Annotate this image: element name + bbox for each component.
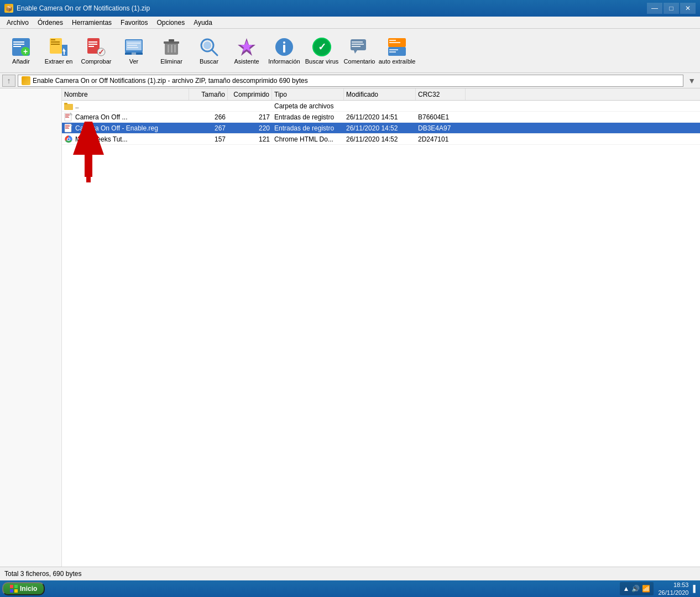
svg-rect-21 (132, 53, 136, 55)
svg-line-33 (212, 50, 217, 55)
svg-rect-8 (51, 41, 60, 43)
svg-rect-23 (127, 45, 137, 46)
svg-rect-2 (13, 44, 24, 45)
menu-herramientas[interactable]: Herramientas (67, 18, 116, 28)
zip-icon (22, 76, 30, 85)
column-headers: Nombre Tamaño Comprimido Tipo Modificado… (62, 88, 700, 101)
left-panel (0, 88, 62, 567)
sfx-button[interactable]: auto extraíble (379, 32, 415, 70)
test-button[interactable]: ✓ Comprobar (79, 32, 114, 70)
system-tray: ▲ 🔊 📶 18:53 26/11/2020 ▌ (620, 581, 698, 597)
folder-icon (64, 102, 73, 111)
show-desktop-button[interactable]: ▌ (693, 585, 698, 593)
add-button[interactable]: + Añadir (3, 32, 39, 70)
menu-archivo[interactable]: Archivo (2, 18, 33, 28)
file-name-cell: .. (62, 101, 189, 111)
svg-rect-24 (127, 47, 138, 48)
file-crc-cell: DB3E4A97 (416, 123, 466, 133)
svg-rect-27 (169, 39, 174, 41)
file-comp-cell: 217 (228, 112, 272, 122)
svg-rect-64 (65, 126, 70, 127)
comment-button[interactable]: Comentario (342, 32, 377, 70)
menu-opciones[interactable]: Opciones (152, 18, 189, 28)
add-icon: + (11, 37, 31, 57)
col-header-crc[interactable]: CRC32 (416, 88, 466, 100)
svg-rect-75 (10, 585, 13, 588)
find-button[interactable]: Buscar (191, 32, 227, 70)
col-header-compressed[interactable]: Comprimido (228, 88, 272, 100)
svg-point-37 (283, 41, 285, 44)
title-bar: 📦 Enable Camera On or Off Notifications … (0, 0, 700, 17)
address-bar: ↑ Enable Camera On or Off Notifications … (0, 73, 700, 88)
comment-label: Comentario (344, 58, 375, 65)
wizard-icon (237, 37, 257, 57)
col-header-modified[interactable]: Modificado (344, 88, 416, 100)
address-dropdown[interactable]: ▼ (686, 76, 698, 85)
viruscan-label: Buscar virus (305, 58, 339, 65)
file-list[interactable]: Nombre Tamaño Comprimido Tipo Modificado… (62, 88, 700, 567)
file-size-cell: 266 (189, 112, 228, 122)
table-row[interactable]: .. Carpeta de archivos (62, 101, 700, 112)
reg-file-icon (64, 124, 73, 133)
menu-ayuda[interactable]: Ayuda (189, 18, 217, 28)
svg-text:+: + (23, 47, 28, 56)
svg-marker-45 (354, 50, 357, 54)
menu-bar: Archivo Órdenes Herramientas Favoritos O… (0, 17, 700, 29)
add-label: Añadir (12, 58, 30, 65)
file-size-cell: 157 (189, 134, 228, 144)
svg-rect-57 (65, 115, 70, 116)
file-comp-cell: 220 (228, 123, 272, 133)
file-mod-cell: 26/11/2020 14:52 (344, 134, 416, 144)
maximize-button[interactable]: □ (664, 3, 679, 14)
sfx-icon (387, 37, 407, 57)
start-button[interactable]: Inicio (2, 582, 45, 595)
status-bar: Total 3 ficheros, 690 bytes (0, 567, 700, 580)
wizard-button[interactable]: Asistente (229, 32, 264, 70)
col-header-type[interactable]: Tipo (272, 88, 344, 100)
extract-icon (49, 37, 69, 57)
status-text: Total 3 ficheros, 690 bytes (4, 570, 81, 578)
app-icon: 📦 (4, 4, 13, 13)
col-header-size[interactable]: Tamaño (189, 88, 228, 100)
file-crc-cell: B76604E1 (416, 112, 466, 122)
tray-icons: ▲ 🔊 📶 (620, 582, 654, 595)
svg-rect-63 (65, 125, 70, 125)
file-crc-cell (416, 101, 466, 111)
chrome-file-icon (64, 135, 73, 144)
svg-rect-65 (65, 127, 69, 128)
svg-rect-59 (65, 117, 69, 118)
table-row[interactable]: Camera On Off - Enable.reg 267 220 Entra… (62, 123, 700, 134)
view-button[interactable]: Ver (116, 32, 152, 70)
svg-rect-15 (88, 46, 94, 47)
svg-rect-49 (389, 42, 400, 43)
address-input[interactable]: Enable Camera On or Off Notifications (1… (18, 75, 683, 87)
table-row[interactable]: Camera On Off ... 266 217 Entradas de re… (62, 112, 700, 123)
viruscan-button[interactable]: ✓ Buscar virus (304, 32, 339, 70)
extract-button[interactable]: Extraer en (41, 32, 76, 70)
file-mod-cell (344, 101, 416, 111)
close-button[interactable]: ✕ (680, 3, 696, 14)
col-header-name[interactable]: Nombre (62, 88, 189, 100)
svg-rect-28 (168, 45, 169, 53)
svg-rect-14 (88, 44, 97, 45)
minimize-button[interactable]: — (647, 3, 662, 14)
svg-rect-26 (164, 41, 179, 44)
svg-rect-56 (65, 114, 70, 114)
file-size-cell: 267 (189, 123, 228, 133)
clock: 18:53 26/11/2020 (658, 581, 688, 597)
table-row[interactable]: MajorGeeks Tut... 157 121 Chrome HTML Do… (62, 134, 700, 145)
svg-rect-9 (51, 44, 60, 45)
svg-rect-13 (88, 41, 97, 43)
address-path: Enable Camera On or Off Notifications (1… (33, 77, 308, 85)
info-button[interactable]: Información (267, 32, 302, 70)
svg-rect-78 (14, 589, 18, 593)
delete-button[interactable]: Eliminar (154, 32, 189, 70)
menu-ordenes[interactable]: Órdenes (33, 18, 67, 28)
svg-rect-54 (64, 103, 67, 104)
tray-icon-3: 📶 (642, 585, 650, 593)
find-label: Buscar (200, 58, 218, 65)
up-button[interactable]: ↑ (2, 75, 15, 87)
menu-favoritos[interactable]: Favoritos (116, 18, 152, 28)
svg-rect-29 (171, 45, 173, 53)
find-icon (199, 37, 219, 57)
